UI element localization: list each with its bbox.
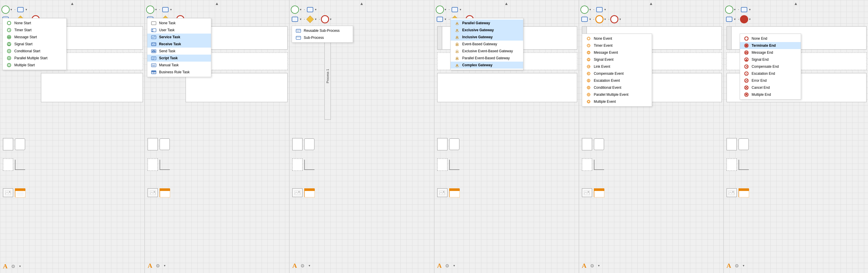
task-btn-6[interactable] (741, 6, 747, 13)
end-btn-5[interactable] (611, 16, 618, 23)
caret2-5[interactable]: ▼ (589, 18, 591, 21)
task-business-rule[interactable]: Business Rule Task (147, 69, 211, 76)
start-message[interactable]: Message Start (3, 34, 66, 41)
interm-btn-5[interactable] (596, 16, 602, 23)
end-btn-3[interactable] (322, 16, 328, 23)
int-none[interactable]: None Event (582, 35, 652, 42)
start-event-btn-6[interactable] (726, 6, 733, 13)
start-signal[interactable]: Signal Start (3, 41, 66, 47)
end-caret-6[interactable]: ▼ (748, 18, 751, 21)
gear-2[interactable]: ⚙ (156, 263, 160, 269)
subprocess-reusable[interactable]: ≪≫ Reusable Sub-Process (292, 27, 353, 34)
gear-caret-6[interactable]: ▼ (742, 264, 745, 267)
end-none[interactable]: None End (740, 35, 801, 42)
gear-caret-1[interactable]: ▼ (19, 265, 21, 268)
subprocess-normal[interactable]: Sub-Process (292, 34, 353, 41)
int-compensate[interactable]: Compensate Event (582, 70, 652, 77)
text-a-3[interactable]: A (292, 262, 297, 270)
start-none[interactable]: None Start (3, 20, 66, 27)
task-send[interactable]: Send Task (147, 47, 211, 55)
int-parallel-multiple[interactable]: Parallel Multiple Event (582, 91, 652, 98)
start-caret-6[interactable]: ▼ (734, 8, 736, 11)
end-signal[interactable]: Signal End (740, 56, 801, 63)
start-event-btn-2[interactable] (147, 6, 153, 13)
task-caret-2[interactable]: ▼ (170, 8, 173, 11)
start-caret-2[interactable]: ▼ (155, 8, 157, 11)
gateway-btn-3[interactable] (307, 16, 313, 23)
int-timer[interactable]: Timer Event (582, 42, 652, 49)
gear-caret-3[interactable]: ▼ (308, 264, 311, 267)
gw-complex[interactable]: Complex Gateway (451, 62, 523, 69)
start-event-btn-4[interactable] (437, 6, 443, 13)
end-message[interactable]: Message End (740, 49, 801, 56)
int-message[interactable]: Message Event (582, 49, 652, 56)
gw-caret-3[interactable]: ▼ (314, 18, 317, 21)
start-timer[interactable]: Timer Start (3, 27, 66, 34)
task-btn2-6[interactable] (726, 16, 733, 23)
gear-caret-5[interactable]: ▼ (598, 264, 600, 267)
end-cancel[interactable]: Cancel End (740, 84, 801, 91)
gw-parallel-event[interactable]: Parallel Event-Based Gateway (451, 55, 523, 62)
task-btn-4[interactable] (452, 6, 458, 13)
start-parallel[interactable]: Parallel Multiple Start (3, 55, 66, 62)
task-receive[interactable]: Receive Task (147, 41, 211, 47)
collapse-arrow-2[interactable]: ▲ (215, 1, 219, 6)
collapse-arrow-5[interactable]: ▲ (649, 1, 653, 6)
task-caret-3[interactable]: ▼ (314, 8, 317, 11)
gear-3[interactable]: ⚙ (301, 263, 305, 269)
gw-exclusive[interactable]: Exclusive Gateway (451, 27, 523, 34)
task-manual[interactable]: Manual Task (147, 62, 211, 69)
gear-caret-4[interactable]: ▼ (453, 264, 455, 267)
text-a-4[interactable]: A (437, 262, 442, 270)
task-user[interactable]: User Task (147, 27, 211, 34)
gear-6[interactable]: ⚙ (735, 263, 739, 269)
task-button[interactable] (17, 6, 24, 13)
task-caret[interactable]: ▼ (25, 8, 28, 11)
interm-caret-5[interactable]: ▼ (604, 18, 607, 21)
start-caret-4[interactable]: ▼ (444, 8, 447, 11)
end-caret-5[interactable]: ▼ (619, 18, 621, 21)
gear-5[interactable]: ⚙ (590, 263, 594, 269)
end-error[interactable]: Error End (740, 77, 801, 84)
gear-4[interactable]: ⚙ (445, 263, 449, 269)
collapse-arrow-6[interactable]: ▲ (794, 1, 798, 6)
caret2-4[interactable]: ▼ (444, 18, 447, 21)
text-a-2[interactable]: A (148, 262, 152, 270)
task-btn2-4[interactable] (437, 16, 443, 23)
gw-parallel[interactable]: Parallel Gateway (451, 20, 523, 27)
int-signal[interactable]: Signal Event (582, 56, 652, 63)
task-btn2-3[interactable] (292, 16, 298, 23)
collapse-arrow-4[interactable]: ▲ (504, 1, 508, 6)
gear-1[interactable]: ⚙ (11, 264, 15, 269)
int-link[interactable]: Link Event (582, 63, 652, 70)
gw-inclusive[interactable]: Inclusive Gateway (451, 34, 523, 41)
caret2-3[interactable]: ▼ (299, 18, 302, 21)
gear-caret-2[interactable]: ▼ (163, 264, 166, 267)
task-btn2-5[interactable] (581, 16, 588, 23)
start-caret-3[interactable]: ▼ (299, 8, 302, 11)
int-multiple[interactable]: Multiple Event (582, 98, 652, 105)
task-caret-5[interactable]: ▼ (604, 8, 607, 11)
gw-exclusive-event[interactable]: Exclusive Event-Based Gateway (451, 47, 523, 55)
end-multiple[interactable]: Multiple End (740, 91, 801, 98)
task-btn-3[interactable] (307, 6, 313, 13)
int-escalation[interactable]: Escalation Event (582, 77, 652, 84)
int-conditional[interactable]: Conditional Event (582, 84, 652, 91)
end-compensate[interactable]: Compensate End (740, 63, 801, 70)
end-escalation[interactable]: Escalation End (740, 70, 801, 77)
text-a-5[interactable]: A (582, 262, 587, 270)
text-a-6[interactable]: A (726, 262, 731, 270)
start-caret[interactable]: ▼ (10, 8, 12, 11)
start-multiple[interactable]: Multiple Start (3, 62, 66, 69)
task-btn-2[interactable] (162, 6, 168, 13)
start-event-btn-5[interactable] (581, 6, 588, 13)
task-service[interactable]: Service Task (147, 34, 211, 41)
task-caret-4[interactable]: ▼ (459, 8, 462, 11)
text-a-1[interactable]: A (3, 263, 8, 270)
end-btn-big-6[interactable] (741, 16, 747, 23)
end-caret-3[interactable]: ▼ (329, 18, 332, 21)
caret2-6[interactable]: ▼ (734, 18, 736, 21)
start-event-button[interactable] (2, 6, 9, 13)
task-script[interactable]: Script Task (147, 55, 211, 62)
task-none[interactable]: None Task (147, 20, 211, 27)
